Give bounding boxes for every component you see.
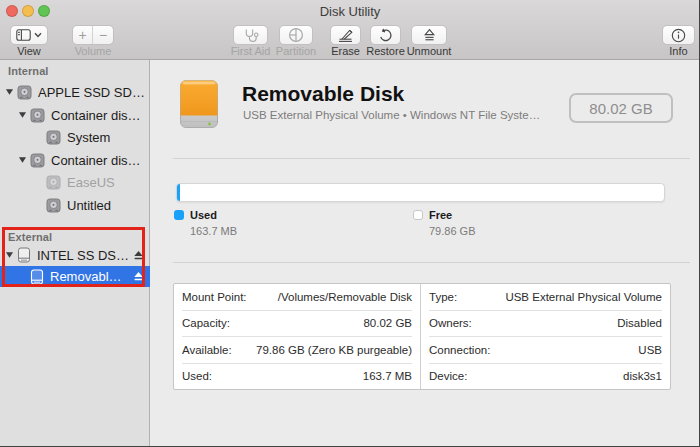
info-icon — [671, 28, 686, 43]
window-chrome: Disk Utility View + − Volume — [0, 0, 700, 60]
used-legend-label: Used — [190, 209, 237, 221]
main-panel: Removable Disk USB External Physical Vol… — [151, 60, 700, 447]
volume-label: Volume — [65, 45, 121, 57]
sidebar-section-internal: Internal — [8, 65, 49, 77]
details-right-column: Type: USB External Physical Volume Owner… — [420, 284, 670, 389]
detail-value: 80.02 GB — [363, 317, 412, 329]
free-legend-label: Free — [429, 209, 475, 221]
sidebar-item-system[interactable]: System — [0, 126, 150, 148]
restore-button[interactable] — [370, 25, 401, 45]
view-button[interactable] — [10, 25, 48, 45]
external-disk-icon — [30, 269, 44, 285]
internal-disk-icon — [30, 108, 45, 123]
table-row: Capacity: 80.02 GB — [182, 310, 412, 337]
internal-disk-icon — [46, 130, 61, 145]
sidebar-item-label: APPLE SSD SD… — [38, 85, 145, 100]
sidebar-item-label: EaseUS — [67, 175, 115, 190]
detail-value: 79.86 GB (Zero KB purgeable) — [256, 344, 412, 356]
sidebar-item-removable-disk[interactable]: Removabl… — [0, 266, 150, 287]
stethoscope-icon — [242, 28, 259, 43]
unmount-button[interactable] — [411, 25, 447, 45]
divider — [173, 262, 690, 263]
internal-disk-icon — [46, 198, 61, 213]
used-legend-value: 163.7 MB — [190, 225, 237, 237]
table-row: Type: USB External Physical Volume — [429, 284, 662, 310]
volume-segmented-control: + − — [72, 25, 114, 45]
sidebar-panel-icon — [16, 29, 31, 41]
detail-label: Mount Point: — [182, 291, 247, 303]
table-row: Mount Point: /Volumes/Removable Disk — [182, 284, 412, 310]
disclosure-triangle-icon[interactable] — [5, 251, 14, 259]
storage-usage-bar — [176, 183, 665, 202]
detail-label: Owners: — [429, 317, 472, 329]
divider — [173, 158, 690, 159]
info-label: Info — [651, 45, 700, 57]
volume-size-badge: 80.02 GB — [569, 93, 673, 123]
erase-button[interactable] — [330, 25, 361, 45]
free-legend-value: 79.86 GB — [429, 225, 475, 237]
sidebar-item-label: Removabl… — [50, 269, 122, 284]
erase-pencil-icon — [337, 28, 354, 43]
internal-disk-icon — [30, 153, 45, 168]
table-row: Device: disk3s1 — [429, 363, 662, 390]
window-title: Disk Utility — [0, 4, 700, 19]
free-legend-swatch — [413, 210, 423, 220]
disclosure-triangle-icon[interactable] — [18, 111, 27, 119]
sidebar: Internal APPLE SSD SD… — [0, 60, 150, 447]
detail-value: /Volumes/Removable Disk — [278, 291, 412, 303]
unmount-eject-icon — [423, 28, 436, 43]
table-row: Available: 79.86 GB (Zero KB purgeable) — [182, 336, 412, 363]
view-button-label: View — [6, 45, 52, 57]
table-row: Connection: USB — [429, 336, 662, 363]
detail-label: Available: — [182, 344, 232, 356]
add-volume-button[interactable]: + — [73, 26, 93, 44]
table-row: Used: 163.7 MB — [182, 363, 412, 390]
detail-value: Disabled — [617, 317, 662, 329]
sidebar-item-container-1[interactable]: Container dis… — [0, 104, 150, 126]
sidebar-item-apple-ssd[interactable]: APPLE SSD SD… — [0, 81, 150, 103]
sidebar-item-label: Container dis… — [51, 153, 141, 168]
detail-value: 163.7 MB — [363, 370, 412, 382]
internal-disk-icon — [17, 85, 32, 100]
partition-label: Partition — [268, 45, 324, 57]
sidebar-item-label: Container dis… — [51, 108, 141, 123]
sidebar-item-label: INTEL SS DS… — [37, 248, 129, 263]
detail-label: Device: — [429, 370, 467, 382]
sidebar-item-label: System — [67, 130, 110, 145]
legend-used: Used 163.7 MB — [174, 209, 237, 237]
disclosure-triangle-icon[interactable] — [18, 156, 27, 164]
sidebar-item-untitled[interactable]: Untitled — [0, 194, 150, 216]
remove-volume-button[interactable]: − — [93, 26, 113, 44]
detail-label: Connection: — [429, 344, 490, 356]
used-legend-swatch — [174, 210, 184, 220]
first-aid-button[interactable] — [233, 25, 268, 45]
disclosure-triangle-icon[interactable] — [5, 88, 14, 96]
sidebar-section-external: External — [8, 231, 52, 243]
removable-drive-icon — [180, 80, 218, 128]
sidebar-item-easeus[interactable]: EaseUS — [0, 171, 150, 193]
partition-button[interactable] — [279, 25, 313, 45]
internal-disk-icon — [46, 175, 61, 190]
info-button[interactable] — [662, 25, 695, 45]
eject-icon[interactable] — [133, 271, 144, 282]
detail-value: disk3s1 — [623, 370, 662, 382]
detail-label: Used: — [182, 370, 212, 382]
detail-label: Type: — [429, 291, 457, 303]
legend-free: Free 79.86 GB — [413, 209, 475, 237]
detail-label: Capacity: — [182, 317, 230, 329]
eject-icon[interactable] — [133, 250, 144, 261]
detail-value: USB External Physical Volume — [505, 291, 662, 303]
disk-utility-window: Disk Utility View + − Volume — [0, 0, 700, 447]
volume-details-table: Mount Point: /Volumes/Removable Disk Cap… — [173, 283, 671, 390]
sidebar-item-container-2[interactable]: Container dis… — [0, 149, 150, 171]
chevron-down-icon — [34, 32, 42, 38]
sidebar-item-intel-disk[interactable]: INTEL SS DS… — [0, 244, 150, 266]
details-left-column: Mount Point: /Volumes/Removable Disk Cap… — [174, 284, 420, 389]
used-space-fill — [177, 184, 180, 201]
restore-arrow-icon — [378, 28, 393, 43]
detail-value: USB — [638, 344, 662, 356]
volume-title: Removable Disk — [242, 82, 404, 106]
unmount-label: Unmount — [399, 45, 459, 57]
partition-pie-icon — [288, 27, 304, 43]
table-row: Owners: Disabled — [429, 310, 662, 337]
